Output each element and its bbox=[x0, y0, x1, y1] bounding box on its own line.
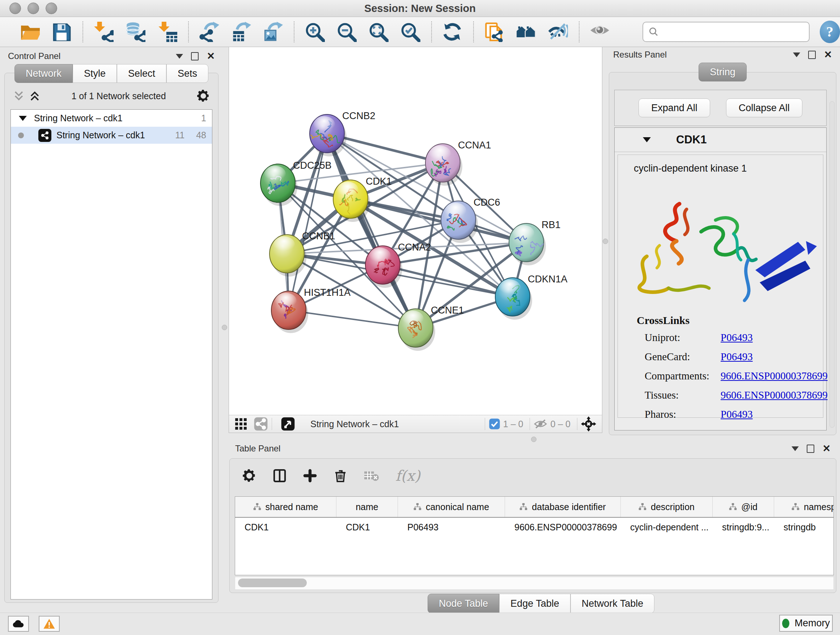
function-builder-button[interactable]: f(x) bbox=[395, 467, 420, 484]
column-header-name[interactable]: name bbox=[336, 497, 398, 517]
tab-network-table[interactable]: Network Table bbox=[570, 594, 655, 613]
crosslink-link[interactable]: P06493 bbox=[721, 351, 753, 363]
crosslink-link[interactable]: P06493 bbox=[721, 332, 753, 344]
memory-button[interactable]: Memory bbox=[779, 615, 833, 632]
column-header-description[interactable]: description bbox=[621, 497, 713, 517]
panel-close-icon[interactable]: ✕ bbox=[207, 52, 215, 60]
column-header-@id[interactable]: @id bbox=[713, 497, 774, 517]
panel-float-icon[interactable] bbox=[191, 52, 199, 60]
panel-close-icon[interactable]: ✕ bbox=[824, 51, 832, 58]
column-header-namespace[interactable]: namespace bbox=[774, 497, 834, 517]
hidden-eye-slash-icon[interactable] bbox=[534, 417, 547, 431]
collapse-all-button[interactable]: Collapse All bbox=[726, 98, 802, 117]
expand-all-networks-button[interactable] bbox=[28, 90, 41, 102]
tab-sets[interactable]: Sets bbox=[166, 64, 208, 83]
selected-checkbox-icon[interactable] bbox=[489, 418, 500, 430]
first-neighbors-button[interactable] bbox=[516, 21, 537, 42]
network-options-button[interactable] bbox=[196, 89, 210, 103]
scrollbar-thumb[interactable] bbox=[238, 578, 307, 587]
refresh-view-button[interactable] bbox=[442, 21, 463, 42]
node-CCNB2[interactable]: CCNB2 bbox=[309, 111, 376, 157]
results-scrollbar[interactable] bbox=[829, 101, 835, 428]
search-input[interactable] bbox=[663, 26, 804, 38]
column-label: canonical name bbox=[426, 502, 489, 512]
zoom-in-button[interactable] bbox=[305, 21, 325, 42]
panel-close-icon[interactable]: ✕ bbox=[822, 445, 831, 452]
open-folder-icon bbox=[19, 22, 40, 42]
node-CCNB1[interactable]: CCNB1 bbox=[270, 231, 335, 277]
show-columns-button[interactable] bbox=[272, 469, 287, 483]
panel-float-icon[interactable] bbox=[808, 51, 816, 59]
node-CCNE1[interactable]: CCNE1 bbox=[398, 305, 464, 351]
table-options-button[interactable] bbox=[242, 469, 256, 483]
status-bar: Memory bbox=[0, 613, 840, 635]
node-label: CCNA2 bbox=[398, 242, 431, 253]
panel-menu-icon[interactable] bbox=[791, 447, 799, 451]
panel-menu-icon[interactable] bbox=[176, 54, 183, 59]
collapse-section-icon[interactable] bbox=[643, 137, 651, 142]
table-row[interactable]: CDK1CDK1P064939606.ENSP00000378699cyclin… bbox=[235, 518, 834, 537]
zoom-selected-button[interactable] bbox=[400, 21, 421, 42]
node-RB1[interactable]: RB1 bbox=[509, 219, 561, 265]
gene-section-header[interactable]: CDK1 bbox=[615, 128, 826, 152]
delete-table-button[interactable] bbox=[363, 469, 379, 483]
node-label: CCNE1 bbox=[431, 305, 464, 316]
pan-mode-button[interactable] bbox=[581, 416, 596, 432]
network-canvas[interactable]: CCNB2CCNA1CDC25BCDK1CDC6RB1CCNB1CCNA2CDK… bbox=[229, 47, 602, 415]
column-header-database-identifier[interactable]: database identifier bbox=[505, 497, 621, 517]
crosslink-link[interactable]: 9606.ENSP00000378699 bbox=[721, 389, 828, 401]
node-CDC6[interactable]: CDC6 bbox=[441, 197, 500, 243]
birds-eye-view-button[interactable] bbox=[281, 417, 295, 431]
collapse-all-networks-button[interactable] bbox=[13, 90, 25, 102]
tab-node-table[interactable]: Node Table bbox=[428, 594, 499, 613]
warnings-button[interactable] bbox=[39, 616, 60, 632]
import-table-file-button[interactable] bbox=[157, 21, 178, 42]
node-CDC25B[interactable]: CDC25B bbox=[261, 160, 332, 206]
tab-string[interactable]: String bbox=[699, 63, 747, 81]
save-session-button[interactable] bbox=[51, 21, 73, 42]
hide-graphics-details-button[interactable] bbox=[548, 21, 569, 42]
node-HIST1H1A[interactable]: HIST1H1A bbox=[271, 287, 351, 333]
crosslink-link[interactable]: P06493 bbox=[721, 409, 753, 420]
column-header-canonical-name[interactable]: canonical name bbox=[398, 497, 505, 517]
network-tree-row[interactable]: String Network – cdk11 bbox=[11, 110, 212, 127]
column-header-shared-name[interactable]: shared name bbox=[235, 497, 336, 517]
tab-edge-table[interactable]: Edge Table bbox=[499, 594, 570, 613]
export-network-button[interactable] bbox=[199, 21, 220, 42]
node-CCNA1[interactable]: CCNA1 bbox=[425, 140, 491, 186]
zoom-fit-content-button[interactable] bbox=[368, 21, 389, 42]
tab-network[interactable]: Network bbox=[14, 64, 73, 83]
crosslink-link[interactable]: 9606.ENSP00000378699 bbox=[721, 370, 828, 382]
panel-menu-icon[interactable] bbox=[793, 52, 800, 57]
show-graphics-details-button[interactable] bbox=[590, 21, 611, 42]
search-box[interactable] bbox=[643, 22, 810, 42]
add-column-button[interactable] bbox=[303, 469, 317, 483]
show-grid-button[interactable] bbox=[234, 417, 248, 431]
left-splitter-handle[interactable] bbox=[222, 325, 227, 330]
open-folder-button[interactable] bbox=[19, 21, 41, 42]
panel-float-icon[interactable] bbox=[807, 445, 814, 453]
expand-all-button[interactable]: Expand All bbox=[638, 98, 710, 117]
help-button[interactable]: ? bbox=[820, 21, 840, 43]
table-horizontal-scrollbar[interactable] bbox=[235, 577, 834, 590]
expand-collapse-icon[interactable] bbox=[19, 116, 27, 121]
column-label: @id bbox=[741, 502, 758, 512]
tab-select[interactable]: Select bbox=[117, 64, 166, 83]
import-network-database-button[interactable] bbox=[125, 21, 146, 42]
cloud-button[interactable] bbox=[8, 616, 29, 632]
string-results-body: Expand All Collapse All CDK1 cyclin-depe… bbox=[609, 72, 836, 435]
import-network-file-button[interactable] bbox=[93, 21, 114, 42]
bottom-splitter-handle[interactable] bbox=[531, 437, 537, 442]
export-table-button[interactable] bbox=[231, 21, 252, 42]
node-CCNA2[interactable]: CCNA2 bbox=[365, 242, 431, 288]
network-tree-row[interactable]: String Network – cdk11148 bbox=[11, 127, 212, 144]
tab-style[interactable]: Style bbox=[73, 64, 117, 83]
delete-column-button[interactable] bbox=[333, 469, 347, 483]
export-image-button[interactable] bbox=[263, 21, 284, 42]
clone-network-button[interactable] bbox=[484, 21, 505, 42]
network-overview-button[interactable] bbox=[254, 417, 268, 431]
zoom-out-button[interactable] bbox=[336, 21, 357, 42]
warning-icon bbox=[43, 618, 55, 629]
right-splitter-handle[interactable] bbox=[603, 239, 608, 244]
node-CDKN1A[interactable]: CDKN1A bbox=[495, 274, 568, 320]
